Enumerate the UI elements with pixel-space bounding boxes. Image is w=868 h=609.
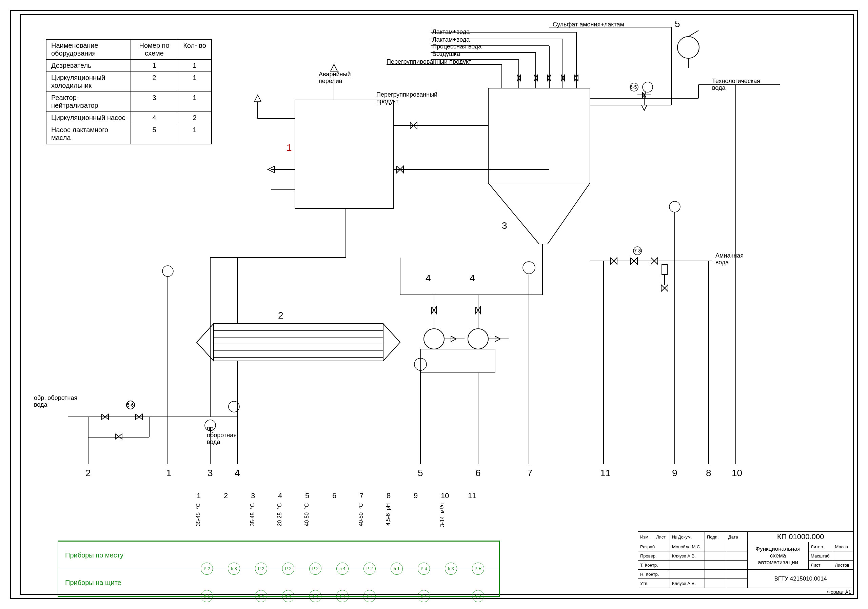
instr-col-no: 9 xyxy=(414,492,418,500)
chan-5: 5 xyxy=(418,468,423,479)
row2-label: Приборы на щите xyxy=(58,579,150,587)
svg-marker-56 xyxy=(197,324,214,361)
tb-title2: схема автоматизации xyxy=(758,552,798,566)
chan-4: 4 xyxy=(235,468,240,479)
instr-range: 35-45 °C xyxy=(195,503,202,526)
svg-text:6-5: 6-5 xyxy=(630,84,637,90)
chan-6: 6 xyxy=(475,468,481,479)
instrument-bubble: 5-3 xyxy=(445,563,457,575)
chan-2: 2 xyxy=(85,468,91,479)
tb-cell: Кляузе А.В. xyxy=(670,579,705,588)
instrument-bubble: P-2 xyxy=(309,563,321,575)
lbl-tech: Технологическая вода xyxy=(712,78,760,91)
chan-11: 11 xyxy=(600,468,611,479)
equip-no-3: 3 xyxy=(502,220,507,231)
instrument-bubble: 5-4 xyxy=(336,590,349,602)
svg-text:7-8: 7-8 xyxy=(634,248,641,253)
pump-4b xyxy=(468,329,488,349)
equip-no-2: 2 xyxy=(278,310,284,321)
instrument-bubble: 5-1 xyxy=(201,590,213,602)
svg-point-53 xyxy=(523,262,535,274)
instr-col-no: 1 xyxy=(197,492,201,500)
tb-cell: Н. Контр. xyxy=(638,570,670,579)
chan-1: 1 xyxy=(166,468,172,479)
tb-cell: Литер. xyxy=(809,542,833,552)
drawing-sheet: Наименование оборудования Номер по схеме… xyxy=(0,0,868,609)
tb-cell: № Докум. xyxy=(670,532,705,542)
equip-no-1: 1 xyxy=(287,142,292,153)
instrument-bubble: P-R xyxy=(472,563,484,575)
instrument-bubble: 5-4 xyxy=(282,590,294,602)
svg-marker-2 xyxy=(254,95,261,102)
lbl-amiach: Амиачная вода xyxy=(715,252,744,266)
lbl-obr: обр. оборотная вода xyxy=(34,395,77,408)
lbl-pr: пр. оборотная вода xyxy=(207,425,237,445)
svg-point-42 xyxy=(669,201,680,212)
svg-rect-55 xyxy=(214,324,383,361)
tb-cell: Листов xyxy=(833,561,853,570)
instrument-bubble: 5-4 xyxy=(363,590,376,602)
instr-col-no: 8 xyxy=(386,492,391,500)
tb-cell: Лист xyxy=(654,532,670,542)
svg-point-35 xyxy=(643,82,653,92)
row1-label: Приборы по месту xyxy=(58,552,150,559)
instr-col-no: 5 xyxy=(305,492,309,500)
equip-no-5: 5 xyxy=(675,19,680,29)
instr-range: 4,5-6 pH xyxy=(385,503,391,526)
tb-org: ВГТУ 4215010.0014 xyxy=(748,570,854,588)
svg-point-73 xyxy=(228,401,239,412)
chan-10: 10 xyxy=(732,468,742,479)
tb-cell: Провер. xyxy=(638,552,670,561)
instr-col-no: 2 xyxy=(224,492,228,500)
instrument-bubble: P-2 xyxy=(282,563,294,575)
tb-cell: Масштаб xyxy=(809,552,833,561)
tb-doc-no: КП 01000.000 xyxy=(748,532,854,542)
tb-cell: Изм. xyxy=(638,532,654,542)
lbl-process: Процессная вода xyxy=(432,43,482,50)
instr-col-no: 7 xyxy=(360,492,363,500)
instrument-table: Приборы по местуP-25-8P-2P-2P-25-4P-25-1… xyxy=(57,541,500,597)
tb-cell: Кляузе А.В. xyxy=(670,552,705,561)
instr-col-no: 11 xyxy=(468,492,476,500)
lbl-sulfat: Сульфат амония+лактам xyxy=(553,22,624,28)
pump-5 xyxy=(677,37,699,58)
pump-4a xyxy=(424,329,444,349)
instrument-bubble: P-2 xyxy=(363,563,376,575)
lbl-peregr: Перегруппированный продукт xyxy=(386,59,471,65)
instrument-bubble: 5-4 xyxy=(336,563,349,575)
tb-cell: Утв. xyxy=(638,579,670,588)
tb-title1: Функциональная xyxy=(755,546,801,552)
chan-9: 9 xyxy=(672,468,677,479)
svg-text:5-6: 5-6 xyxy=(127,402,133,408)
svg-marker-57 xyxy=(383,324,400,361)
tb-cell: Разраб. xyxy=(638,542,670,552)
vessel-1 xyxy=(295,100,393,209)
title-block: Изм. Лист № Докум. Подп. Дата КП 01000.0… xyxy=(638,532,854,595)
tb-cell: Подп. xyxy=(705,532,726,542)
instrument-bubble: 5-8 xyxy=(228,563,240,575)
instrument-bubble: 5-4 xyxy=(418,590,430,602)
lbl-vozdushka: Воздушка xyxy=(432,51,460,57)
instrument-bubble: 8-3 xyxy=(472,590,484,602)
instr-col-no: 4 xyxy=(278,492,282,500)
instr-range: 3-14 м³/ч xyxy=(439,503,445,527)
tb-cell: Монойло М.С. xyxy=(670,542,705,552)
lbl-laktam1: Лактам+вода xyxy=(432,29,470,36)
svg-line-28 xyxy=(688,31,699,37)
instrument-bubble: P-2 xyxy=(255,563,267,575)
svg-rect-48 xyxy=(420,349,495,373)
instr-col-no: 3 xyxy=(251,492,255,500)
chan-8: 8 xyxy=(706,468,711,479)
lbl-laktam2: Лактам+вода xyxy=(432,37,470,43)
instr-range: 35-45 °C xyxy=(250,503,256,526)
tb-cell: Т. Контр. xyxy=(638,561,670,570)
chan-3: 3 xyxy=(208,468,213,479)
chan-7: 7 xyxy=(527,468,533,479)
instrument-bubble: 5-4 xyxy=(255,590,267,602)
lbl-peregr-top: Перегруппированный продукт xyxy=(377,91,437,105)
svg-point-75 xyxy=(163,266,173,277)
tb-format: Формат А1 xyxy=(638,588,854,595)
svg-rect-40 xyxy=(662,264,667,275)
equip-no-4b: 4 xyxy=(470,273,475,284)
instrument-bubble: 5-1 xyxy=(391,563,403,575)
